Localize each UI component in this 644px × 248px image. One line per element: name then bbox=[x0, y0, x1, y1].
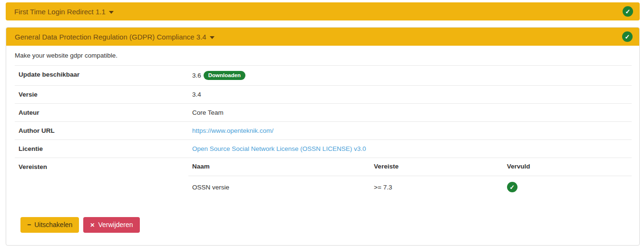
component-title: First Time Login Redirect 1.1 bbox=[14, 8, 106, 16]
field-label: Author URL bbox=[15, 122, 188, 140]
requirements-header-name: Naam bbox=[188, 158, 370, 176]
disable-button-label: Uitschakelen bbox=[34, 221, 72, 228]
author-value: Core Team bbox=[188, 104, 632, 122]
fulfilled-check-icon: ✓ bbox=[507, 182, 517, 192]
chevron-down-icon bbox=[109, 11, 114, 14]
table-row-requirements: Vereisten Naam Vereiste Vervuld bbox=[15, 158, 632, 198]
table-row-author-url: Author URL https://www.openteknik.com/ bbox=[15, 122, 632, 140]
x-icon bbox=[90, 221, 95, 228]
download-badge[interactable]: Downloaden bbox=[204, 71, 245, 80]
version-value: 3.4 bbox=[188, 86, 632, 104]
disable-button[interactable]: Uitschakelen bbox=[20, 217, 79, 233]
requirement-name: OSSN versie bbox=[188, 176, 370, 198]
requirements-row: OSSN versie >= 7.3 ✓ bbox=[188, 176, 632, 198]
delete-button[interactable]: Verwijderen bbox=[83, 217, 139, 233]
chevron-down-icon bbox=[210, 36, 215, 39]
minus-icon bbox=[27, 221, 31, 228]
update-version-value: 3.6 bbox=[192, 72, 201, 79]
field-label: Update beschikbaar bbox=[15, 66, 188, 86]
requirements-header-fulfilled: Vervuld bbox=[503, 158, 632, 176]
component-title: General Data Protection Regulation (GDPR… bbox=[15, 33, 206, 41]
component-details-table: Update beschikbaar 3.6Downloaden Versie … bbox=[15, 65, 632, 198]
field-label: Vereisten bbox=[15, 158, 188, 198]
component-description: Make your website gdpr compatible. bbox=[15, 52, 632, 59]
requirement-value: >= 7.3 bbox=[370, 176, 503, 198]
enabled-check-icon: ✓ bbox=[623, 6, 633, 17]
enabled-check-icon: ✓ bbox=[622, 31, 633, 42]
license-link[interactable]: Open Source Social Network License (OSSN… bbox=[192, 145, 366, 152]
field-label: Auteur bbox=[15, 104, 188, 122]
delete-button-label: Verwijderen bbox=[98, 221, 133, 228]
table-row-version: Versie 3.4 bbox=[15, 86, 632, 104]
field-label: Licentie bbox=[15, 140, 188, 158]
author-url-link[interactable]: https://www.openteknik.com/ bbox=[192, 127, 273, 134]
component-panel-gdpr: General Data Protection Regulation (GDPR… bbox=[6, 27, 640, 246]
requirements-header-row: Naam Vereiste Vervuld bbox=[188, 158, 632, 176]
table-row-update: Update beschikbaar 3.6Downloaden bbox=[15, 66, 632, 86]
field-label: Versie bbox=[15, 86, 188, 104]
component-header-first-time-login[interactable]: First Time Login Redirect 1.1 ✓ bbox=[6, 2, 640, 20]
requirements-table: Naam Vereiste Vervuld OSSN versie >= 7.3… bbox=[188, 158, 632, 198]
table-row-license: Licentie Open Source Social Network Lice… bbox=[15, 140, 632, 158]
table-row-author: Auteur Core Team bbox=[15, 104, 632, 122]
component-header-gdpr[interactable]: General Data Protection Regulation (GDPR… bbox=[6, 28, 639, 46]
requirements-header-requirement: Vereiste bbox=[370, 158, 503, 176]
